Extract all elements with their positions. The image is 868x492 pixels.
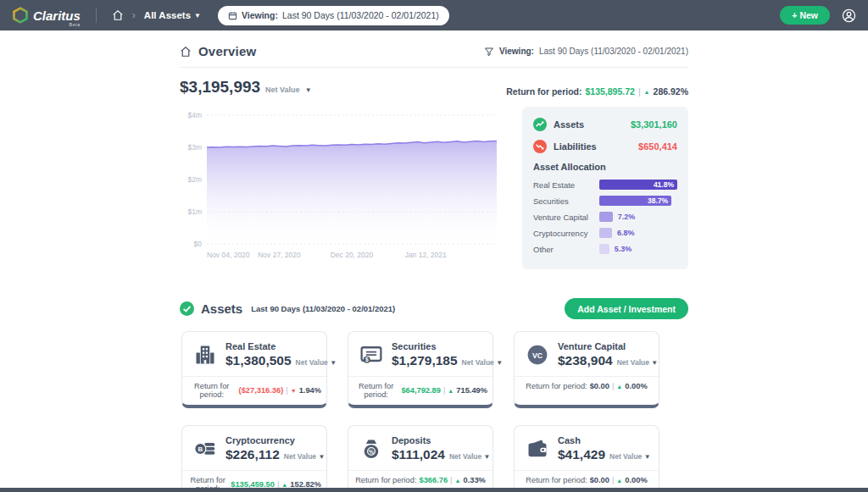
card-return-line: Return for period: $64,792.89 | ▲ 715.49… xyxy=(348,376,492,405)
svg-text:%: % xyxy=(369,449,374,455)
asset-card-deposits[interactable]: % Deposits $111,024 Net Value ▼ Return f… xyxy=(348,425,493,492)
allocation-row: Securities38.7% xyxy=(533,196,677,206)
asset-cards-grid: Real Estate $1,380,505 Net Value ▼ Retur… xyxy=(180,331,688,492)
net-value-dropdown[interactable]: Net Value ▼ xyxy=(609,452,651,461)
return-for-period: Return for period: $135,895.72 | ▲ 286.9… xyxy=(506,86,688,97)
bottom-bar xyxy=(0,488,868,492)
net-value-dropdown[interactable]: Net Value ▼ xyxy=(296,358,337,367)
allocation-percent: 6.8% xyxy=(617,229,635,237)
allocation-row: Real Estate41.8% xyxy=(533,180,677,190)
brand-beta-tag: Beta xyxy=(70,23,81,28)
area-chart: $4m$3m$2m$1m$0Nov 04, 2020Nov 27, 2020De… xyxy=(180,107,502,273)
allocation-bar-track: 6.8% xyxy=(599,228,677,238)
top-navbar: Claritus Beta › All Assets ▼ Viewing: La… xyxy=(0,0,868,30)
svg-text:Nov 04, 2020: Nov 04, 2020 xyxy=(207,251,250,259)
card-return-line: Return for period: $0.00 | ▲ 0.00% xyxy=(515,376,659,396)
allocation-label: Cryptocurrency xyxy=(533,229,599,238)
chevron-down-icon: ▼ xyxy=(330,359,337,367)
liabilities-total: $650,414 xyxy=(638,141,677,152)
allocation-bar xyxy=(599,244,609,254)
chevron-down-icon: ▼ xyxy=(305,86,312,94)
chevron-down-icon: ▼ xyxy=(484,453,491,461)
svg-text:$3m: $3m xyxy=(187,143,202,152)
svg-text:VC: VC xyxy=(532,351,543,360)
add-asset-button[interactable]: Add Asset / Investment xyxy=(565,298,688,319)
allocation-title: Asset Allocation xyxy=(533,162,677,172)
chevron-down-icon: ▼ xyxy=(496,359,503,367)
allocation-bar-track: 38.7% xyxy=(599,196,677,206)
deposits-icon: % xyxy=(359,437,384,461)
trend-up-icon xyxy=(533,118,547,131)
home-icon[interactable] xyxy=(112,9,124,21)
asset-card-securities[interactable]: $ Securities $1,279,185 Net Value ▼ Retu… xyxy=(348,331,493,408)
summary-panel: Assets $3,301,160 Liabilities $650,414 A… xyxy=(522,107,688,269)
allocation-label: Other xyxy=(533,245,599,254)
user-icon[interactable] xyxy=(842,8,856,23)
venture-capital-icon: VC xyxy=(525,343,550,367)
allocation-bar-track: 5.3% xyxy=(599,244,677,254)
svg-text:$: $ xyxy=(365,357,369,363)
net-value-dropdown[interactable]: $3,195,993 Net Value ▼ xyxy=(180,78,312,97)
allocation-bar: 38.7% xyxy=(599,196,671,206)
cash-icon xyxy=(525,437,550,461)
allocation-bar xyxy=(599,228,612,238)
assets-total: $3,301,160 xyxy=(631,119,677,130)
new-button[interactable]: + New xyxy=(780,6,830,25)
svg-text:$4m: $4m xyxy=(187,111,202,119)
allocation-percent: 5.3% xyxy=(615,245,632,253)
allocation-label: Securities xyxy=(533,196,599,206)
chevron-down-icon: ▼ xyxy=(644,453,651,461)
calendar-icon xyxy=(228,11,237,20)
chevron-right-icon: › xyxy=(132,9,136,21)
net-value-dropdown[interactable]: Net Value ▼ xyxy=(617,358,659,367)
svg-text:Jan 12, 2021: Jan 12, 2021 xyxy=(405,251,447,259)
allocation-bar xyxy=(599,212,613,222)
allocation-row: Cryptocurrency6.8% xyxy=(533,228,677,238)
brand-logo[interactable]: Claritus Beta xyxy=(12,7,81,24)
allocation-bar-track: 41.8% xyxy=(599,180,677,190)
cryptocurrency-icon: B xyxy=(192,437,218,461)
page-header: Overview Viewing: Last 90 Days (11/03/20… xyxy=(180,44,688,68)
real-estate-icon xyxy=(192,343,218,367)
allocation-row: Other5.3% xyxy=(533,244,677,254)
allocation-percent: 41.8% xyxy=(654,180,677,189)
svg-text:$2m: $2m xyxy=(187,175,202,184)
svg-text:$0: $0 xyxy=(194,240,203,248)
allocation-percent: 38.7% xyxy=(648,196,671,205)
filter-icon xyxy=(484,47,494,57)
net-value-dropdown[interactable]: Net Value ▼ xyxy=(449,452,491,461)
allocation-percent: 7.2% xyxy=(618,213,636,221)
net-value-dropdown[interactable]: Net Value ▼ xyxy=(284,452,326,461)
svg-text:$1m: $1m xyxy=(187,207,202,216)
securities-icon: $ xyxy=(359,343,384,367)
assets-section-header: Assets Last 90 Days (11/03/2020 - 02/01/… xyxy=(180,301,395,316)
net-value-dropdown[interactable]: Net Value ▼ xyxy=(462,358,504,367)
brand-logo-icon xyxy=(12,7,29,24)
asset-card-venture-capital[interactable]: VC Venture Capital $238,904 Net Value ▼ … xyxy=(514,331,659,408)
nav-divider xyxy=(96,8,97,23)
allocation-label: Venture Capital xyxy=(533,213,599,222)
check-circle-icon xyxy=(180,301,194,316)
asset-card-cash[interactable]: Cash $41,429 Net Value ▼ Return for peri… xyxy=(514,425,659,492)
asset-card-real-estate[interactable]: Real Estate $1,380,505 Net Value ▼ Retur… xyxy=(181,331,327,408)
svg-text:Dec 20, 2020: Dec 20, 2020 xyxy=(331,251,374,259)
filter-viewing[interactable]: Viewing: Last 90 Days (11/03/2020 - 02/0… xyxy=(484,47,688,57)
liabilities-summary-row: Liabilities $650,414 xyxy=(533,140,677,153)
allocation-label: Real Estate xyxy=(533,180,599,190)
assets-summary-row: Assets $3,301,160 xyxy=(533,118,677,131)
net-value-chart: $4m$3m$2m$1m$0Nov 04, 2020Nov 27, 2020De… xyxy=(180,107,502,276)
allocation-bar: 41.8% xyxy=(599,180,677,190)
trend-down-icon xyxy=(533,140,547,153)
viewing-range-pill[interactable]: Viewing: Last 90 Days (11/03/2020 - 02/0… xyxy=(218,6,449,25)
all-assets-dropdown[interactable]: All Assets ▼ xyxy=(144,10,201,20)
svg-text:B: B xyxy=(198,445,203,453)
chevron-down-icon: ▼ xyxy=(318,453,325,461)
page-title: Overview xyxy=(198,44,256,58)
brand-name: Claritus Beta xyxy=(33,9,81,22)
card-return-line: Return for period: ($27,316.36) | ▼ 1.94… xyxy=(182,376,326,405)
asset-card-cryptocurrency[interactable]: B Cryptocurrency $226,112 Net Value ▼ Re… xyxy=(181,425,327,492)
chevron-down-icon: ▼ xyxy=(651,359,658,367)
svg-text:Nov 27, 2020: Nov 27, 2020 xyxy=(258,251,301,259)
allocation-bar-track: 7.2% xyxy=(599,212,677,222)
chevron-down-icon: ▼ xyxy=(194,12,201,19)
